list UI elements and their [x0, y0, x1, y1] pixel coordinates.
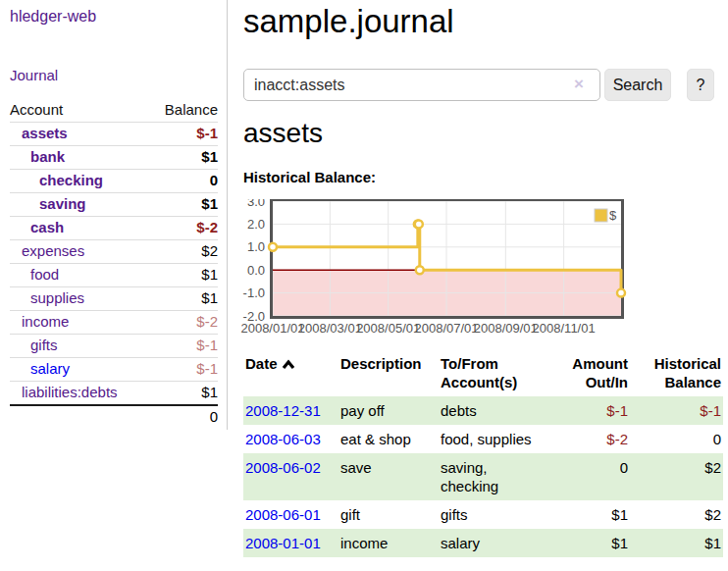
- svg-text:2008/01/01: 2008/01/01: [240, 321, 304, 336]
- header-tofrom: To/From Account(s): [439, 349, 551, 396]
- account-link-checking[interactable]: checking: [39, 172, 103, 188]
- account-link-expenses[interactable]: expenses: [22, 242, 84, 259]
- transaction-accounts: gifts: [439, 500, 551, 529]
- transaction-description: gift: [338, 500, 439, 529]
- transaction-accounts: food, supplies: [439, 425, 551, 453]
- account-balance: $2: [149, 240, 218, 264]
- register-row: 2008-06-02 save saving, checking 0 $2: [243, 453, 723, 500]
- balance-chart-svg: 3.02.01.00.0-1.0-2.02008/01/012008/03/01…: [237, 199, 630, 337]
- accounts-header-balance: Balance: [149, 98, 218, 123]
- svg-text:2.0: 2.0: [247, 217, 265, 232]
- transaction-description: save: [338, 453, 439, 500]
- account-balance: $1: [149, 264, 218, 287]
- nav-journal-link[interactable]: Journal: [10, 67, 58, 83]
- chart-title: Historical Balance:: [243, 169, 376, 185]
- account-link-saving[interactable]: saving: [39, 195, 86, 212]
- help-button[interactable]: ?: [687, 69, 714, 101]
- account-balance: $-1: [149, 123, 218, 146]
- transaction-balance: $2: [630, 453, 723, 500]
- account-balance: $1: [149, 287, 218, 311]
- svg-text:2008/07/01: 2008/07/01: [414, 321, 478, 336]
- accounts-total-value: 0: [149, 405, 218, 429]
- account-link-assets[interactable]: assets: [22, 125, 68, 141]
- transaction-date-link[interactable]: 2008-12-31: [245, 402, 321, 419]
- transaction-balance: 0: [630, 425, 723, 453]
- account-balance: $1: [149, 193, 218, 217]
- transaction-amount: 0: [551, 453, 630, 500]
- account-balance: $-1: [149, 358, 218, 382]
- svg-text:-1.0: -1.0: [243, 286, 265, 300]
- transaction-accounts: debts: [439, 396, 551, 425]
- account-row-food: food $1: [10, 264, 218, 287]
- header-amount: Amount Out/In: [551, 349, 630, 396]
- account-balance: $1: [149, 146, 218, 170]
- account-row-supplies: supplies $1: [10, 287, 218, 311]
- transaction-date-link[interactable]: 2008-01-01: [245, 535, 321, 551]
- transaction-accounts: saving, checking: [439, 453, 551, 500]
- svg-text:0.0: 0.0: [247, 263, 265, 278]
- svg-text:$: $: [609, 208, 617, 223]
- account-row-cash: cash $-2: [10, 217, 218, 240]
- transaction-balance: $2: [630, 500, 723, 529]
- account-row-checking: checking 0: [10, 170, 218, 193]
- clear-search-icon[interactable]: ×: [574, 75, 584, 94]
- search-input[interactable]: [243, 69, 600, 101]
- header-date[interactable]: Date: [243, 349, 338, 396]
- transaction-balance: $1: [630, 529, 723, 557]
- sort-ascending-icon: [282, 359, 295, 370]
- account-row-salary: salary $-1: [10, 358, 218, 382]
- register-row: 2008-12-31 pay off debts $-1 $-1: [243, 396, 723, 425]
- transaction-description: income: [338, 529, 439, 557]
- account-balance: $-2: [149, 217, 218, 240]
- account-link-salary[interactable]: salary: [30, 360, 70, 377]
- register-row: 2008-06-01 gift gifts $1 $2: [243, 500, 723, 529]
- account-balance: 0: [149, 170, 218, 193]
- transaction-amount: $1: [551, 529, 630, 557]
- header-balance: Historical Balance: [630, 349, 723, 396]
- account-link-gifts[interactable]: gifts: [30, 337, 58, 353]
- transaction-amount: $1: [551, 500, 630, 529]
- register-table: Date Description To/From Account(s) Amou…: [243, 349, 723, 557]
- transaction-date-link[interactable]: 2008-06-01: [245, 506, 321, 523]
- sidebar-divider: [227, 0, 228, 430]
- account-link-liabilities-debts[interactable]: liabilities:debts: [22, 384, 118, 400]
- transaction-description: eat & shop: [338, 425, 439, 453]
- svg-text:2008/11/01: 2008/11/01: [533, 321, 596, 336]
- account-link-supplies[interactable]: supplies: [30, 289, 84, 306]
- transaction-balance: $-1: [630, 396, 723, 425]
- transaction-accounts: salary: [439, 529, 551, 557]
- svg-text:2008/03/01: 2008/03/01: [298, 321, 362, 336]
- sidebar: hledger-web Journal Account Balance asse…: [0, 0, 228, 571]
- accounts-header-account: Account: [10, 98, 149, 123]
- transaction-description: pay off: [338, 396, 439, 425]
- transaction-date-link[interactable]: 2008-06-02: [245, 459, 321, 476]
- account-link-bank[interactable]: bank: [30, 148, 65, 165]
- svg-text:2008/09/01: 2008/09/01: [474, 321, 538, 336]
- account-row-assets: assets $-1: [10, 123, 218, 146]
- app-title-link[interactable]: hledger-web: [10, 8, 96, 26]
- account-row-saving: saving $1: [10, 193, 218, 217]
- register-header-row: Date Description To/From Account(s) Amou…: [243, 349, 723, 396]
- account-balance: $-1: [149, 335, 218, 358]
- register-row: 2008-06-03 eat & shop food, supplies $-2…: [243, 425, 723, 453]
- account-row-bank: bank $1: [10, 146, 218, 170]
- header-description: Description: [338, 349, 439, 396]
- historical-balance-chart[interactable]: 3.02.01.00.0-1.0-2.02008/01/012008/03/01…: [237, 199, 630, 337]
- account-row-income: income $-2: [10, 311, 218, 335]
- account-title: assets: [243, 118, 323, 149]
- svg-text:3.0: 3.0: [247, 199, 265, 209]
- svg-text:2008/05/01: 2008/05/01: [356, 321, 420, 336]
- search-form: × Search ?: [243, 69, 728, 101]
- register-row: 2008-01-01 income salary $1 $1: [243, 529, 723, 557]
- transaction-date-link[interactable]: 2008-06-03: [245, 431, 321, 447]
- account-link-income[interactable]: income: [22, 313, 69, 330]
- account-balance: $-2: [149, 311, 218, 335]
- account-link-food[interactable]: food: [30, 266, 59, 283]
- account-balance: $1: [149, 382, 218, 406]
- search-button[interactable]: Search: [604, 69, 671, 101]
- account-link-cash[interactable]: cash: [30, 219, 64, 235]
- page-title: sample.journal: [243, 2, 454, 41]
- main-content: sample.journal × Search ? assets Histori…: [243, 0, 728, 571]
- accounts-total-row: 0: [10, 405, 218, 429]
- transaction-amount: $-1: [551, 396, 630, 425]
